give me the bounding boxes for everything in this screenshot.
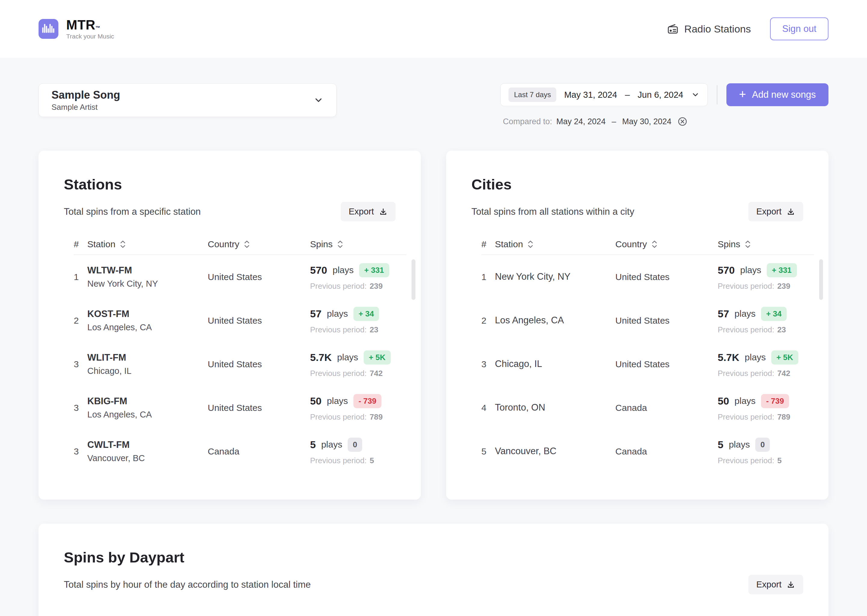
controls-row: Sample Song Sample Artist Last 7 days Ma…: [39, 83, 828, 127]
previous-period-value: 5: [370, 456, 374, 465]
row-station: KOST-FM Los Angeles, CA: [87, 307, 208, 333]
plays-count: 50: [718, 395, 729, 407]
column-header-rank: #: [74, 239, 87, 249]
table-row: 3 Chicago, IL United States 5.7K plays +…: [481, 342, 814, 386]
row-spins: 50 plays - 739 Previous period: 789: [718, 394, 814, 422]
stations-subtitle: Total spins from a specific station: [64, 206, 201, 217]
sort-icon: [527, 240, 534, 249]
radio-icon: [667, 23, 679, 35]
date-range-picker[interactable]: Last 7 days May 31, 2024 – Jun 6, 2024: [500, 83, 708, 106]
delta-badge: 0: [348, 438, 362, 452]
column-header-spins[interactable]: Spins: [718, 239, 814, 249]
date-range-separator: –: [625, 90, 630, 100]
row-country: Canada: [615, 403, 718, 413]
row-station: Vancouver, BC: [495, 445, 615, 458]
stations-card: Stations Total spins from a specific sta…: [39, 151, 421, 500]
table-row: 3 KBIG-FM Los Angeles, CA United States …: [74, 386, 407, 429]
row-station: Chicago, IL: [495, 357, 615, 371]
row-station: KBIG-FM Los Angeles, CA: [87, 394, 208, 421]
sort-icon: [744, 240, 751, 249]
date-controls-row: Last 7 days May 31, 2024 – Jun 6, 2024 +…: [500, 83, 828, 106]
cities-export-button[interactable]: Export: [749, 202, 803, 222]
row-rank: 5: [481, 446, 495, 457]
plays-count: 570: [718, 264, 735, 276]
plays-word: plays: [321, 440, 342, 449]
column-header-rank: #: [481, 239, 495, 249]
table-row: 1 WLTW-FM New York City, NY United State…: [74, 255, 407, 299]
delta-badge: + 5K: [364, 350, 391, 365]
header-actions: Radio Stations Sign out: [667, 17, 828, 40]
row-rank: 2: [481, 316, 495, 326]
clear-compare-icon[interactable]: [677, 116, 687, 127]
table-row: 1 New York City, NY United States 570 pl…: [481, 255, 814, 299]
previous-period-value: 5: [777, 456, 782, 465]
station-city: Chicago, IL: [87, 365, 208, 377]
station-name: Toronto, ON: [495, 401, 615, 415]
station-city: Vancouver, BC: [87, 452, 208, 464]
previous-period-value: 789: [777, 412, 790, 422]
sort-icon: [651, 240, 658, 249]
delta-badge: + 34: [353, 307, 379, 321]
add-new-songs-button[interactable]: + Add new songs: [727, 83, 828, 106]
sign-out-button[interactable]: Sign out: [770, 17, 828, 40]
delta-badge: - 739: [353, 394, 381, 408]
song-selector[interactable]: Sample Song Sample Artist: [39, 83, 337, 117]
nav-radio-stations-label: Radio Stations: [684, 23, 751, 35]
daypart-card: Spins by Daypart Total spins by hour of …: [39, 524, 828, 616]
vertical-divider: [717, 85, 717, 104]
row-spins: 5 plays 0 Previous period: 5: [718, 438, 814, 465]
cities-card: Cities Total spins from all stations wit…: [446, 151, 828, 500]
column-header-country[interactable]: Country: [615, 239, 718, 249]
date-controls: Last 7 days May 31, 2024 – Jun 6, 2024 +…: [500, 83, 828, 127]
previous-period-value: 239: [777, 281, 790, 291]
stations-scrollbar[interactable]: [411, 259, 415, 300]
row-rank: 3: [74, 403, 87, 413]
column-header-country[interactable]: Country: [208, 239, 310, 249]
main-content: Sample Song Sample Artist Last 7 days Ma…: [0, 83, 867, 616]
row-rank: 4: [481, 403, 495, 413]
station-name: WLTW-FM: [87, 264, 208, 277]
previous-period-value: 742: [777, 369, 790, 378]
compare-label: Compared to:: [503, 117, 552, 126]
plays-word: plays: [337, 352, 358, 363]
brand: MTR™ Track your Music: [39, 18, 114, 40]
daypart-export-button[interactable]: Export: [749, 575, 803, 594]
column-header-station[interactable]: Station: [87, 239, 208, 249]
export-label: Export: [756, 207, 782, 217]
daypart-title: Spins by Daypart: [64, 549, 803, 566]
export-label: Export: [348, 207, 374, 217]
column-header-station[interactable]: Station: [495, 239, 615, 249]
stations-export-button[interactable]: Export: [341, 202, 396, 222]
cities-table: # Station Country Spins 1 New York City,…: [446, 234, 828, 473]
station-name: KBIG-FM: [87, 394, 208, 408]
station-name: Los Angeles, CA: [495, 314, 615, 327]
nav-radio-stations[interactable]: Radio Stations: [667, 23, 751, 35]
row-rank: 3: [74, 446, 87, 457]
previous-period-value: 23: [777, 325, 786, 335]
cities-scrollbar[interactable]: [819, 259, 823, 300]
row-spins: 5.7K plays + 5K Previous period: 742: [310, 350, 407, 378]
chevron-down-icon: [314, 95, 324, 105]
previous-period-value: 239: [370, 281, 383, 291]
station-city: Los Angeles, CA: [87, 408, 208, 421]
plays-count: 570: [310, 264, 327, 276]
previous-period-label: Previous period:: [310, 369, 367, 378]
cities-title: Cities: [471, 176, 803, 193]
cities-table-header: # Station Country Spins: [481, 234, 814, 255]
previous-period-label: Previous period:: [310, 325, 367, 335]
table-row: 4 Toronto, ON Canada 50 plays - 739 Prev…: [481, 386, 814, 429]
column-header-spins[interactable]: Spins: [310, 239, 407, 249]
station-name: CWLT-FM: [87, 438, 208, 452]
mtr-logo-icon: [39, 19, 58, 39]
row-country: United States: [615, 359, 718, 369]
add-new-songs-label: Add new songs: [752, 90, 816, 100]
previous-period-label: Previous period:: [310, 281, 367, 291]
delta-badge: - 739: [761, 394, 789, 408]
row-station: WLIT-FM Chicago, IL: [87, 351, 208, 377]
previous-period-label: Previous period:: [718, 325, 774, 335]
previous-period-label: Previous period:: [718, 281, 774, 291]
date-range-end: Jun 6, 2024: [638, 90, 683, 100]
plays-count: 57: [718, 308, 729, 320]
compare-end-date: May 30, 2024: [622, 117, 672, 126]
row-rank: 3: [481, 359, 495, 369]
